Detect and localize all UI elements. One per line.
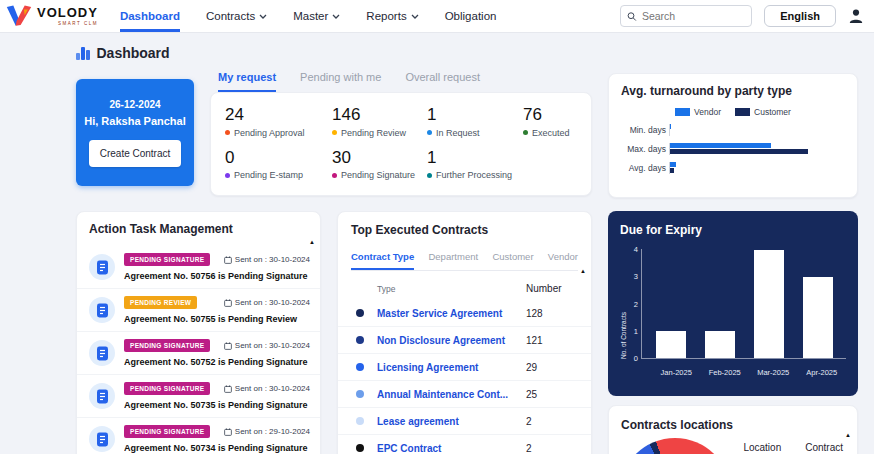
- task-row[interactable]: PENDING SIGNATURE Sent on : 30-10-2024 A…: [77, 332, 320, 375]
- calendar-icon: [224, 256, 232, 264]
- nav-item-obligation[interactable]: Obligation: [445, 0, 497, 32]
- category-dot: [356, 363, 364, 371]
- status-dot: [225, 130, 230, 135]
- status-dot: [225, 173, 230, 178]
- tick-label: 1: [627, 327, 638, 336]
- customer-bar: [670, 168, 674, 173]
- axis-category-label: Max. days: [621, 144, 669, 154]
- task-description: Agreement No. 50734 is Pending Signature: [124, 443, 310, 453]
- language-selector[interactable]: English: [764, 5, 836, 27]
- stat-label: In Request: [436, 128, 480, 138]
- contract-count: 128: [526, 308, 578, 319]
- contract-count: 2: [526, 416, 578, 427]
- status-dot: [332, 130, 337, 135]
- user-account-button[interactable]: [848, 8, 864, 24]
- turnaround-title: Avg. turnaround by party type: [621, 84, 845, 98]
- search-input[interactable]: [642, 10, 745, 22]
- sent-on-date: Sent on : 30-10-2024: [235, 384, 310, 393]
- brand-logo[interactable]: VOLODY SMART CLM: [6, 0, 112, 32]
- vendor-legend-swatch: [675, 108, 690, 116]
- contracts-locations-title: Contracts locations: [621, 418, 845, 432]
- task-list: PENDING SIGNATURE Sent on : 30-10-2024 A…: [77, 246, 320, 454]
- scroll-up-arrow-icon[interactable]: ▲: [309, 239, 315, 245]
- contract-count: 121: [526, 335, 578, 346]
- scroll-up-arrow-icon[interactable]: ▲: [580, 268, 586, 274]
- stat-label: Pending Signature: [341, 170, 415, 180]
- contract-type-link[interactable]: Lease agreement: [377, 416, 526, 427]
- stat-pending-review: 146 Pending Review: [332, 106, 427, 138]
- tab-department[interactable]: Department: [428, 251, 478, 270]
- stat-pending-estamp: 0 Pending E-stamp: [225, 149, 332, 181]
- tab-overall-request[interactable]: Overall request: [405, 71, 480, 92]
- bar-plot-area: [641, 249, 846, 359]
- nav-item-contracts[interactable]: Contracts: [206, 0, 267, 32]
- task-row[interactable]: PENDING SIGNATURE Sent on : 29-10-2024 A…: [77, 418, 320, 454]
- turnaround-row-avg: Avg. days: [621, 162, 845, 174]
- dashboard-chart-icon: [76, 47, 90, 60]
- task-row[interactable]: PENDING SIGNATURE Sent on : 30-10-2024 A…: [77, 246, 320, 289]
- legend-label: Customer: [754, 107, 791, 117]
- contract-type-link[interactable]: Annual Maintenance Cont...: [377, 389, 526, 400]
- document-icon: [89, 426, 115, 452]
- brand-name: VOLODY: [37, 6, 98, 19]
- x-tick-label: Apr-2025: [799, 368, 845, 377]
- contract-type-link[interactable]: Master Service Agreement: [377, 308, 526, 319]
- status-badge: PENDING REVIEW: [124, 296, 197, 309]
- nav-label: Master: [293, 10, 328, 22]
- nav-label: Obligation: [445, 10, 497, 22]
- x-axis-labels: Jan-2025 Feb-2025 Mar-2025 Apr-2025: [620, 368, 846, 377]
- column-header-location: Location: [743, 442, 781, 453]
- search-icon: [627, 11, 637, 22]
- chevron-down-icon: [259, 14, 267, 19]
- current-date: 26-12-2024: [109, 99, 160, 110]
- column-header-number: Number: [526, 283, 578, 294]
- stat-pending-approval: 24 Pending Approval: [225, 106, 332, 138]
- tab-customer[interactable]: Customer: [492, 251, 533, 270]
- locations-donut: [619, 438, 731, 454]
- top-executed-title: Top Executed Contracts: [338, 223, 591, 237]
- stat-label: Executed: [532, 128, 570, 138]
- task-row[interactable]: PENDING REVIEW Sent on : 30-10-2024 Agre…: [77, 289, 320, 332]
- due-for-expiry-title: Due for Expiry: [620, 223, 846, 237]
- category-dot: [356, 444, 364, 452]
- nav-item-master[interactable]: Master: [293, 0, 340, 32]
- contract-count: 29: [526, 362, 578, 373]
- nav-label: Contracts: [206, 10, 255, 22]
- user-icon: [848, 8, 864, 24]
- bar-jan: [656, 331, 686, 358]
- dashboard-content: Dashboard 26-12-2024 Hi, Raksha Panchal …: [0, 42, 874, 454]
- contract-type-link[interactable]: Non Disclosure Agreement: [377, 335, 526, 346]
- axis-category-label: Avg. days: [621, 163, 669, 173]
- tab-pending-with-me[interactable]: Pending with me: [300, 71, 381, 92]
- nav-item-dashboard[interactable]: Dashboard: [120, 0, 180, 32]
- status-dot: [427, 130, 432, 135]
- scroll-up-arrow-icon[interactable]: ▲: [845, 432, 851, 438]
- stat-value: 76: [523, 106, 577, 125]
- welcome-card: 26-12-2024 Hi, Raksha Panchal Create Con…: [76, 79, 194, 186]
- tab-contract-type[interactable]: Contract Type: [351, 251, 414, 270]
- task-description: Agreement No. 50735 is Pending Signature: [124, 400, 310, 410]
- table-row: Licensing Agreement 29: [338, 354, 591, 381]
- status-badge: PENDING SIGNATURE: [124, 339, 210, 352]
- stat-value: 0: [225, 149, 332, 168]
- tick-label: 2: [627, 300, 638, 309]
- main-nav: Dashboard Contracts Master Reports Oblig…: [120, 0, 497, 32]
- contract-type-link[interactable]: EPC Contract: [377, 443, 526, 454]
- tab-vendor[interactable]: Vendor: [548, 251, 578, 270]
- request-stats-card: 24 Pending Approval 146 Pending Review 1…: [210, 92, 592, 196]
- task-row[interactable]: PENDING SIGNATURE Sent on : 30-10-2024 A…: [77, 375, 320, 418]
- tab-my-request[interactable]: My request: [218, 71, 276, 92]
- contract-type-link[interactable]: Licensing Agreement: [377, 362, 526, 373]
- turnaround-row-max: Max. days: [621, 143, 845, 155]
- top-executed-tabs: Contract Type Department Customer Vendor: [351, 251, 578, 271]
- status-dot: [332, 173, 337, 178]
- nav-item-reports[interactable]: Reports: [366, 0, 418, 32]
- bar-apr: [803, 277, 833, 358]
- stat-label: Pending Review: [341, 128, 406, 138]
- request-tabs: My request Pending with me Overall reque…: [210, 71, 592, 92]
- y-axis-ticks: 4 3 2 1 0: [627, 245, 641, 363]
- task-description: Agreement No. 50752 is Pending Signature: [124, 357, 310, 367]
- create-contract-button[interactable]: Create Contract: [89, 140, 182, 167]
- x-tick-label: Jan-2025: [653, 368, 699, 377]
- chevron-down-icon: [411, 14, 419, 19]
